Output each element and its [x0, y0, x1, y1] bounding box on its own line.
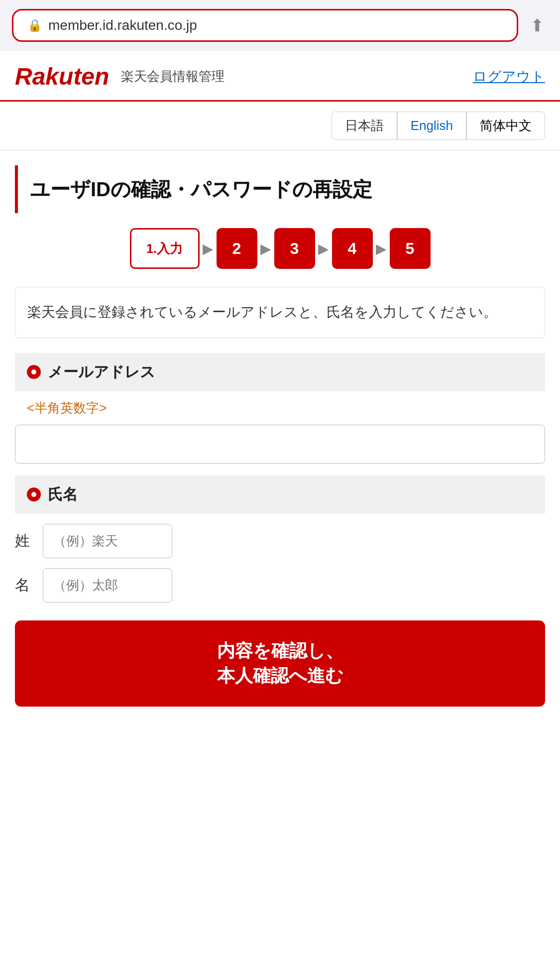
- url-bar[interactable]: 🔒 member.id.rakuten.co.jp: [12, 9, 518, 42]
- description-text: 楽天会員に登録されているメールアドレスと、氏名を入力してください。: [27, 304, 497, 320]
- submit-button[interactable]: 内容を確認し、本人確認へ進む: [15, 620, 545, 707]
- page-content: ユーザIDの確認・パスワードの再設定 1.入力 ▶ 2 ▶ 3 ▶ 4 ▶ 5 …: [0, 165, 560, 727]
- last-name-row: 姓: [15, 524, 545, 558]
- step-3: 3: [274, 228, 315, 269]
- step-4: 4: [332, 228, 373, 269]
- page-header: Rakuten 楽天会員情報管理 ログアウト: [0, 51, 560, 102]
- step-5: 5: [390, 228, 431, 269]
- email-input[interactable]: [15, 425, 545, 464]
- lock-icon: 🔒: [27, 18, 42, 32]
- step-arrow-4: ▶: [376, 241, 387, 257]
- rakuten-logo: Rakuten: [15, 63, 109, 90]
- step-arrow-2: ▶: [260, 241, 271, 257]
- lang-btn-english[interactable]: English: [397, 112, 466, 140]
- step-arrow-1: ▶: [203, 241, 214, 257]
- email-area: <半角英数字>: [15, 391, 545, 464]
- share-icon[interactable]: ⬆: [526, 11, 548, 39]
- url-text: member.id.rakuten.co.jp: [48, 17, 197, 33]
- header-left: Rakuten 楽天会員情報管理: [15, 63, 224, 90]
- first-name-label: 名: [15, 575, 35, 596]
- name-label: 氏名: [48, 485, 78, 505]
- email-hint: <半角英数字>: [15, 391, 545, 421]
- browser-bar: 🔒 member.id.rakuten.co.jp ⬆: [0, 0, 560, 51]
- first-name-row: 名: [15, 568, 545, 603]
- email-label: メールアドレス: [48, 362, 155, 382]
- lang-btn-chinese[interactable]: 简体中文: [466, 112, 545, 140]
- email-section-header: メールアドレス: [15, 353, 545, 391]
- rakuten-logo-wrap: Rakuten: [15, 63, 109, 90]
- steps-indicator: 1.入力 ▶ 2 ▶ 3 ▶ 4 ▶ 5: [15, 228, 545, 269]
- first-name-input[interactable]: [43, 568, 172, 603]
- name-section-header: 氏名: [15, 476, 545, 514]
- page-title-wrap: ユーザIDの確認・パスワードの再設定: [15, 165, 545, 213]
- language-selector: 日本語 English 简体中文: [0, 102, 560, 150]
- last-name-input[interactable]: [43, 524, 172, 558]
- email-required-dot: [27, 365, 41, 379]
- header-subtitle: 楽天会員情報管理: [121, 68, 224, 85]
- logout-link[interactable]: ログアウト: [473, 67, 545, 86]
- name-required-dot: [27, 488, 41, 501]
- last-name-label: 姓: [15, 531, 35, 551]
- step-arrow-3: ▶: [318, 241, 329, 257]
- step-1: 1.入力: [130, 228, 200, 269]
- step-2: 2: [217, 228, 257, 269]
- lang-btn-japanese[interactable]: 日本語: [332, 112, 397, 140]
- form-description: 楽天会員に登録されているメールアドレスと、氏名を入力してください。: [15, 287, 545, 338]
- page-title: ユーザIDの確認・パスワードの再設定: [30, 175, 545, 203]
